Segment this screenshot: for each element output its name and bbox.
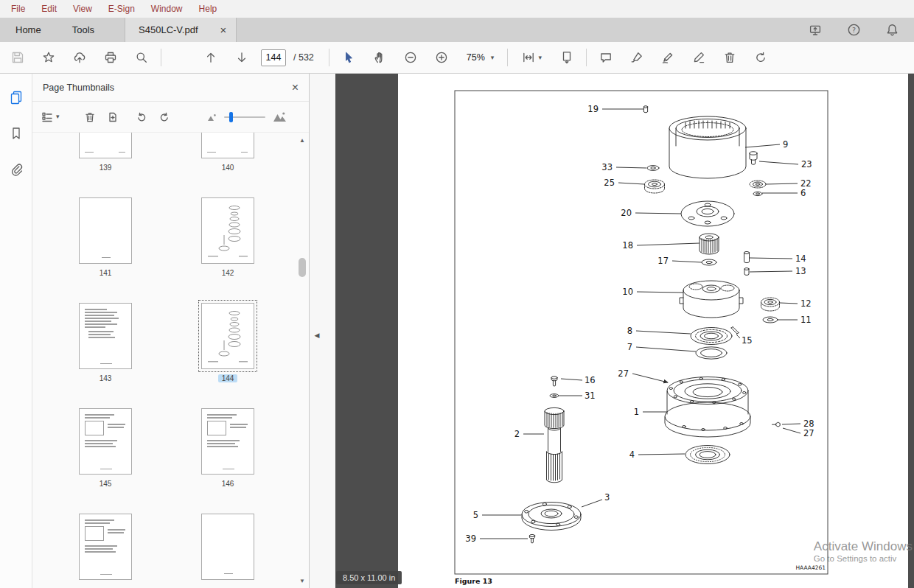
page-thumbnail-139[interactable]: 139 (79, 133, 132, 173)
document-viewer[interactable]: 1993323252262018171413101211815727163112… (335, 74, 914, 588)
thumbnail-page-number: 144 (201, 374, 254, 384)
cloud-upload-button[interactable] (68, 46, 91, 69)
rotate-clockwise-icon (158, 111, 170, 123)
menu-view[interactable]: View (65, 4, 100, 14)
toolbar-divider (161, 49, 161, 66)
delete-thumbnail-button[interactable] (84, 108, 96, 126)
delete-pages-button[interactable] (718, 46, 742, 69)
select-tool-button[interactable] (337, 46, 360, 69)
attachments-panel-button[interactable] (7, 161, 25, 178)
thumbnail-page-number: 142 (201, 269, 254, 279)
close-tab-icon[interactable]: × (220, 24, 227, 35)
figure-code: HAAA4261 (795, 564, 826, 571)
zoom-small-icon[interactable] (207, 113, 217, 122)
chevron-down-icon: ▾ (491, 55, 495, 61)
page-thumbnail-141[interactable]: 141 (79, 197, 132, 279)
search-button[interactable] (130, 46, 153, 69)
highlighter-icon (630, 51, 643, 64)
rotate-cw-button[interactable] (158, 108, 170, 126)
print-button[interactable] (99, 46, 122, 69)
page-thumbnails-panel-button[interactable] (7, 88, 25, 106)
chevron-down-icon: ▾ (56, 113, 60, 120)
part-ring-7 (696, 347, 727, 359)
thumbnail-size-slider[interactable] (224, 116, 265, 118)
part-gear-12 (761, 298, 780, 311)
menu-file[interactable]: File (3, 4, 33, 14)
thumbnail-page-number: 139 (79, 164, 132, 173)
thumbnail-options-dropdown[interactable]: ▾ (41, 108, 60, 126)
zoom-large-icon[interactable] (273, 111, 287, 122)
menu-edit[interactable]: Edit (33, 4, 65, 14)
callout-8: 8 (627, 326, 632, 336)
bookmarks-panel-button[interactable] (7, 125, 25, 142)
rotate-ccw-button[interactable] (136, 108, 147, 126)
notifications-button[interactable] (880, 18, 904, 42)
part-washer-31 (550, 394, 559, 398)
page-thumbnail-143[interactable]: 143 (79, 303, 132, 384)
sign-button[interactable] (656, 46, 680, 69)
hand-tool-button[interactable] (368, 46, 391, 69)
page-thumbnail-146[interactable]: 146 (201, 408, 254, 489)
page-scrolling-button[interactable] (555, 46, 579, 69)
part-bearing-8 (691, 328, 732, 345)
thumbnail-page-number: 140 (201, 164, 254, 173)
save-icon (11, 51, 24, 64)
favorite-tools-button[interactable] (37, 46, 60, 69)
menu-esign[interactable]: E-Sign (100, 4, 143, 14)
page-thumbnail-142[interactable]: 142 (201, 197, 254, 279)
panel-scrollbar[interactable]: ▲ ▼ (297, 136, 307, 587)
menu-help[interactable]: Help (191, 4, 226, 14)
thumbnail-page-preview (201, 133, 254, 158)
scroll-down-arrow[interactable]: ▼ (297, 576, 307, 587)
zoom-out-button[interactable] (399, 46, 422, 69)
page-thumbnail-140[interactable]: 140 (201, 133, 254, 173)
panel-close-icon[interactable]: × (292, 82, 299, 94)
callout-20: 20 (621, 208, 632, 218)
callout-7: 7 (627, 342, 632, 352)
scroll-up-arrow[interactable]: ▲ (297, 136, 307, 146)
menu-window[interactable]: Window (143, 4, 191, 14)
help-button[interactable]: ? (842, 18, 865, 42)
fill-sign-button[interactable] (687, 46, 711, 69)
question-mark-icon: ? (847, 23, 861, 37)
fit-width-dropdown[interactable]: ▾ (515, 46, 548, 69)
rotate-counterclockwise-icon (136, 111, 147, 123)
save-button[interactable] (6, 46, 29, 69)
thumbnail-page-preview (201, 197, 254, 264)
toolbar-divider (507, 49, 508, 66)
share-screen-button[interactable] (803, 18, 827, 42)
collapse-panel-button[interactable]: ◀ (311, 324, 323, 346)
page-thumbnail[interactable] (79, 514, 132, 588)
rotate-pages-button[interactable] (749, 46, 772, 69)
comment-button[interactable] (594, 46, 618, 69)
tab-home-label: Home (15, 24, 41, 35)
fit-width-icon (522, 51, 535, 64)
tab-bar: Home Tools S450LC-V.pdf × ? (0, 18, 914, 42)
next-page-button[interactable] (230, 46, 254, 69)
thumbnail-page-preview (201, 303, 254, 369)
scrollbar-thumb[interactable] (299, 258, 306, 277)
slider-handle[interactable] (229, 112, 233, 122)
callout-22: 22 (800, 178, 812, 189)
previous-page-button[interactable] (199, 46, 223, 69)
zoom-in-button[interactable] (430, 46, 453, 69)
tabbar-right-actions: ? (803, 18, 914, 42)
page-thumbnail-145[interactable]: 145 (79, 408, 132, 489)
tab-tools[interactable]: Tools (57, 18, 110, 42)
callout-6: 6 (800, 188, 806, 198)
tab-document[interactable]: S450LC-V.pdf × (125, 18, 237, 42)
page-thumbnail[interactable] (201, 514, 254, 588)
page-size-tooltip: 8.50 x 11.00 in (336, 571, 402, 584)
page-number-input[interactable] (261, 49, 286, 66)
highlight-button[interactable] (625, 46, 649, 69)
main-toolbar: / 532 75% ▾ ▾ (0, 42, 914, 74)
callout-25: 25 (604, 178, 615, 188)
tab-home[interactable]: Home (0, 18, 57, 42)
print-icon (104, 51, 117, 64)
zoom-level-dropdown[interactable]: 75% ▾ (461, 48, 500, 67)
page-thumbnail-144[interactable]: 144 (201, 303, 254, 384)
insert-pages-button[interactable] (107, 108, 119, 126)
part-bolt-16 (551, 377, 557, 386)
bell-icon (885, 23, 899, 37)
panel-header: Page Thumbnails × (32, 74, 309, 102)
